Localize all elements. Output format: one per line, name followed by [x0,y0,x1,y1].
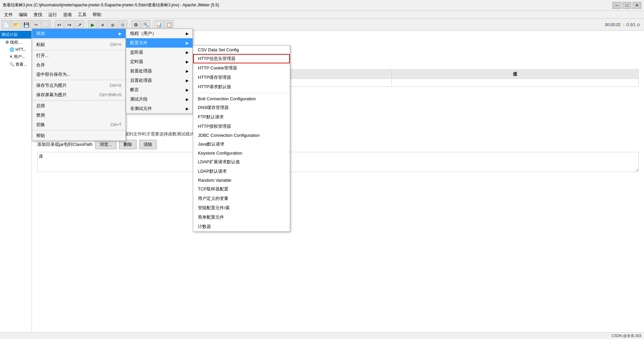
ctx-http-default[interactable]: HTTP请求默认值 [193,82,290,92]
toolbar-run[interactable]: ▶ [88,20,97,30]
context-menu-level1[interactable]: 添加 ▶ 粘贴 Ctrl+V 打开... 合并 选中部分保存为... 保存节点为… [32,29,126,141]
ctx-save-screen-img-label: 保存屏幕为图片 [36,92,67,98]
classpath-clear-button[interactable]: 清除 [139,140,157,149]
toolbar-separator-4 [152,21,153,29]
ctx-paste[interactable]: 粘贴 Ctrl+V [32,40,125,49]
ctx-sep-2 [32,50,125,50]
ctx-listener[interactable]: 监听器 ▶ [126,48,193,57]
tree-item-view[interactable]: 🔍 查看... [0,61,32,68]
ctx-pre-processor-label: 前置处理器 [130,68,152,74]
toolbar-new[interactable]: 📄 [1,20,11,30]
title-bar: 查看结果树3.jmx (C:\jihuomatool\jmeter\apache… [0,0,644,11]
ctx-threads[interactable]: 线程（用户） ▶ [126,29,193,38]
menu-help[interactable]: 帮助 [90,11,104,18]
toolbar-remote[interactable]: ⚙ [131,20,141,30]
title-controls: ─ □ ✕ [612,2,641,9]
toolbar-separator-3 [129,21,129,29]
menu-edit[interactable]: 编辑 [16,11,30,18]
toolbar-log[interactable]: 📋 [164,20,174,30]
toolbar-stop2[interactable]: ◉ [108,20,117,30]
ctx-http-auth[interactable]: HTTP授权管理器 [193,122,290,131]
ctx-sep-l3-1 [193,93,290,93]
lib-textarea[interactable]: 库 [37,152,639,172]
ctx-pre-processor[interactable]: 前置处理器 ▶ [126,66,193,76]
menu-file[interactable]: 文件 [1,11,15,18]
ctx-test-fragment[interactable]: 测试片段 ▶ [126,95,193,104]
ctx-post-processor[interactable]: 后置处理器 ▶ [126,76,193,85]
ctx-random-var[interactable]: Random Variable [193,176,290,184]
ctx-help[interactable]: 帮助 [32,131,125,140]
ctx-http-cache[interactable]: HTTP缓存管理器 [193,73,290,82]
ctx-http-cookie[interactable]: HTTP Cookie管理器 [193,63,290,73]
ctx-assertion-arrow: ▶ [186,88,189,92]
toolbar-report[interactable]: 📊 [154,20,164,30]
context-menu-level2[interactable]: 线程（用户） ▶ 配置元件 ▶ 监听器 ▶ 定时器 ▶ 前置处理器 ▶ 后置处理… [126,29,193,114]
ctx-tcp-sampler[interactable]: TCP取样器配置 [193,184,290,194]
ctx-save-selected[interactable]: 选中部分保存为... [32,70,125,79]
menu-run[interactable]: 运行 [46,11,60,18]
tree-item-testplan[interactable]: 测试计划 [0,31,32,39]
ctx-ldap-extended[interactable]: LDAP扩展请求默认值 [193,157,290,167]
ctx-login-config[interactable]: 登陆配置元件/索 [193,203,290,213]
ctx-counter[interactable]: 计数器 [193,222,290,231]
ctx-user-defined-vars[interactable]: 用户定义的变量 [193,194,290,203]
ctx-save-screen-img[interactable]: 保存屏幕为图片 Ctrl+Shift+G [32,90,125,100]
toolbar-undo[interactable]: ↩ [55,20,64,30]
ctx-bolt-connection[interactable]: Bolt Connection Configuration [193,95,290,103]
context-menu-level3[interactable]: CSV Data Set Config HTTP信息头管理器 HTTP Cook… [193,45,290,232]
ctx-ftp-default[interactable]: FTP默认请求 [193,112,290,122]
toolbar-stop[interactable]: ■ [98,20,107,30]
ctx-config[interactable]: 配置元件 ▶ [126,38,193,48]
ctx-keystore[interactable]: Keystore Configuration [193,149,290,157]
notice-text: 只有当你需要记录每个请求从服务器取得的数据到文件时才需要选择函数测试模式。选择这… [37,131,639,137]
toolbar-step[interactable]: ↗ [75,20,84,30]
menu-options[interactable]: 选项 [60,11,74,18]
ctx-ldap-default[interactable]: LDAP默认请求 [193,167,290,176]
maximize-button[interactable]: □ [623,2,631,9]
ctx-help-label: 帮助 [36,133,45,139]
ctx-non-test[interactable]: 非测试元件 ▶ [126,104,193,113]
ctx-assertion[interactable]: 断言 ▶ [126,85,193,95]
ctx-timer[interactable]: 定时器 ▶ [126,57,193,66]
toolbar-separator-2 [86,21,86,29]
ctx-toggle[interactable]: 切换 Ctrl+T [32,120,125,129]
ctx-config-label: 配置元件 [130,40,148,46]
ctx-open[interactable]: 打开... [32,51,125,60]
ctx-enable[interactable]: 启用 [32,101,125,111]
toolbar-remote2[interactable]: 🔧 [141,20,151,30]
tree-item-http[interactable]: 🌐 HTT... [0,46,32,53]
ctx-dns-cache[interactable]: DNS缓存管理器 [193,103,290,112]
tree-item-testplan-label: 测试计划 [1,32,17,37]
toolbar-stop3[interactable]: ⊗ [118,20,127,30]
ctx-simple-config[interactable]: 简单配置元件 [193,213,290,222]
minimize-button[interactable]: ─ [612,2,621,9]
close-button[interactable]: ✕ [633,2,641,9]
tree-item-user[interactable]: ✕ 用户... [0,53,32,61]
menu-tools[interactable]: 工具 [75,11,89,18]
ctx-test-fragment-arrow: ▶ [186,97,189,102]
toolbar-cut[interactable]: ✂ [32,20,41,30]
ctx-non-test-arrow: ▶ [186,107,189,111]
toolbar-copy[interactable]: ⬜ [42,20,51,30]
ctx-toggle-shortcut: Ctrl+T [110,122,121,127]
ctx-threads-arrow: ▶ [186,32,189,36]
browse-button[interactable]: 浏览... [95,140,116,149]
ctx-disable[interactable]: 禁用 [32,111,125,120]
ctx-save-node-img[interactable]: 保存节点为图片 Ctrl+G [32,81,125,90]
toolbar-save[interactable]: 💾 [21,20,31,30]
toolbar-separator-1 [53,21,53,29]
ctx-jdbc-connection[interactable]: JDBC Connection Configuration [193,131,290,139]
toolbar-open[interactable]: 📂 [11,20,21,30]
table-header-value: 值 [391,70,638,79]
checkbox-functional: 函数测试模式 [37,123,639,129]
status-text: CSDN @未央.303 [611,333,641,338]
ctx-csv[interactable]: CSV Data Set Config [193,46,290,54]
ctx-merge[interactable]: 合并 [32,60,125,70]
ctx-add[interactable]: 添加 ▶ [32,29,125,38]
tree-item-thread[interactable]: ⚙ 线程... [0,39,32,46]
menu-find[interactable]: 查找 [31,11,45,18]
classpath-delete-button[interactable]: 删除 [119,140,137,149]
ctx-java-default[interactable]: Java默认请求 [193,139,290,149]
ctx-http-header[interactable]: HTTP信息头管理器 [193,54,290,63]
toolbar-redo[interactable]: ↪ [65,20,74,30]
